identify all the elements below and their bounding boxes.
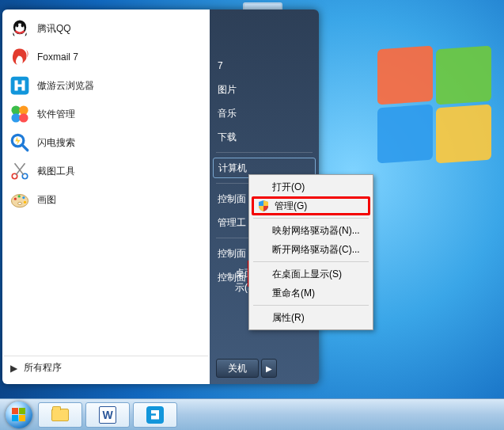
all-programs-arrow-icon: ▶ (10, 363, 17, 374)
program-label: 画图 (37, 193, 56, 207)
separator (216, 152, 313, 153)
desktop-background: 腾讯QQ Foxmail 7 傲游云浏览器 (0, 0, 504, 430)
svg-point-5 (11, 105, 20, 114)
svg-point-8 (19, 113, 28, 122)
shutdown-label: 关机 (228, 362, 247, 375)
svg-point-3 (21, 24, 24, 28)
svg-line-14 (15, 163, 24, 175)
program-item-snipping-tool[interactable]: 截图工具 (4, 157, 208, 185)
windows-flag-icon (12, 408, 26, 422)
program-item-foxmail[interactable]: Foxmail 7 (4, 43, 208, 71)
ctx-separator (253, 261, 369, 262)
software-manager-icon (9, 103, 31, 125)
ctx-label: 管理(G) (275, 200, 307, 213)
ctx-label: 映射网络驱动器(N)... (272, 224, 360, 238)
right-item-label: 控制面 (218, 192, 246, 206)
folder-icon (51, 405, 70, 424)
taskbar-word[interactable]: W (85, 402, 130, 428)
right-item-music[interactable]: 音乐 (210, 101, 319, 125)
svg-point-6 (19, 105, 28, 114)
right-item-label: 计算机 (218, 162, 247, 175)
paint-icon (9, 188, 31, 211)
ctx-label: 在桌面上显示(S) (272, 268, 342, 281)
program-item-maxthon[interactable]: 傲游云浏览器 (4, 71, 208, 100)
shutdown-row: 关机 ▶ (216, 359, 319, 378)
shutdown-button[interactable]: 关机 (216, 359, 259, 378)
taskbar-explorer[interactable] (38, 402, 82, 428)
program-item-qq[interactable]: 腾讯QQ (4, 14, 208, 43)
svg-point-19 (24, 201, 26, 204)
ctx-manage[interactable]: 管理(G) (252, 196, 370, 215)
foxmail-icon (9, 46, 31, 68)
program-label: 傲游云浏览器 (37, 79, 94, 93)
pinned-programs-list: 腾讯QQ Foxmail 7 傲游云浏览器 (4, 14, 208, 356)
program-item-lightning-search[interactable]: 闪电搜索 (4, 128, 208, 157)
svg-point-17 (18, 195, 21, 197)
ctx-disconnect-network-drive[interactable]: 断开网络驱动器(C)... (252, 240, 370, 259)
ctx-label: 属性(R) (272, 311, 305, 325)
maxthon-icon (9, 74, 31, 97)
ctx-properties[interactable]: 属性(R) (252, 308, 370, 327)
word-icon: W (98, 405, 117, 424)
program-label: 腾讯QQ (37, 22, 71, 36)
start-orb-circle (6, 401, 32, 428)
windows-logo (377, 48, 504, 174)
computer-context-menu: 打开(O) 管理(G) 映射网络驱动器(N)... 断开网络驱动器(C)... … (248, 174, 373, 330)
ctx-map-network-drive[interactable]: 映射网络驱动器(N)... (252, 221, 370, 240)
ctx-label: 重命名(M) (272, 287, 315, 300)
right-item-pictures[interactable]: 图片 (210, 78, 319, 101)
program-label: 截图工具 (37, 165, 75, 178)
snipping-tool-icon (9, 160, 31, 182)
right-item-label: 7 (218, 60, 223, 71)
shutdown-options-arrow[interactable]: ▶ (261, 359, 277, 378)
ctx-show-on-desktop[interactable]: 在桌面上显示(S) (252, 264, 370, 283)
right-item-label: 下载 (218, 131, 237, 144)
ctx-open[interactable]: 打开(O) (252, 177, 370, 196)
program-label: Foxmail 7 (37, 51, 78, 63)
start-orb[interactable] (3, 399, 35, 431)
ctx-label: 断开网络驱动器(C)... (272, 243, 360, 257)
lightning-search-icon (9, 131, 31, 154)
svg-point-20 (18, 202, 22, 204)
right-item-label: 图片 (218, 83, 237, 97)
svg-point-7 (11, 113, 20, 122)
svg-point-2 (16, 24, 18, 28)
start-menu-left-panel: 腾讯QQ Foxmail 7 傲游云浏览器 (2, 10, 210, 384)
right-item-user[interactable]: 7 (210, 54, 319, 78)
ctx-separator (253, 305, 369, 306)
right-item-label: 控制面 (218, 247, 246, 261)
maxthon-icon (146, 405, 165, 424)
svg-line-10 (22, 145, 28, 150)
taskbar-maxthon[interactable] (133, 402, 177, 428)
svg-point-16 (14, 198, 17, 200)
right-item-label: 管理工 (218, 216, 246, 230)
program-label: 闪电搜索 (37, 136, 75, 150)
qq-icon (9, 17, 31, 40)
right-item-downloads[interactable]: 下载 (210, 125, 319, 149)
uac-shield-icon (257, 200, 270, 212)
all-programs-label: 所有程序 (24, 361, 62, 375)
all-programs-button[interactable]: ▶ 所有程序 (4, 356, 208, 379)
right-item-label: 音乐 (218, 107, 237, 120)
svg-point-18 (22, 196, 25, 199)
ctx-separator (253, 218, 369, 219)
taskbar: W (0, 398, 504, 430)
ctx-label: 打开(O) (272, 181, 305, 194)
svg-line-13 (16, 163, 25, 175)
ctx-rename[interactable]: 重命名(M) (252, 283, 370, 303)
program-label: 软件管理 (37, 108, 75, 121)
program-item-paint[interactable]: 画图 (4, 185, 208, 214)
program-item-software-manager[interactable]: 软件管理 (4, 100, 208, 128)
